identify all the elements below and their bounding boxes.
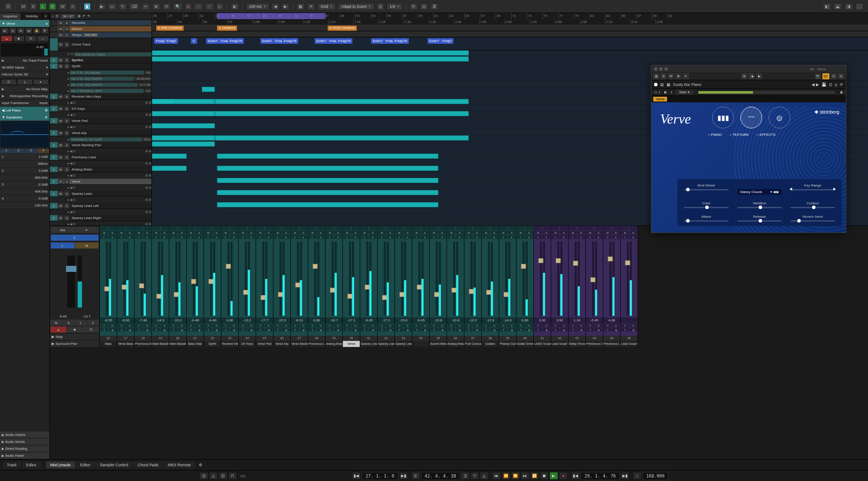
track-mute[interactable]: m	[58, 33, 63, 38]
plugin-w-button[interactable]: W	[668, 73, 674, 79]
reverb-slider[interactable]	[790, 220, 835, 222]
channel-verse-backing-pad[interactable]: ! MS Le -8.31 RW ●◉ 27 Verse Backing Pad	[291, 226, 308, 347]
track-filter-icon[interactable]: ⊡	[56, 14, 59, 18]
track-solo[interactable]: s	[64, 143, 69, 148]
chord-event[interactable]: C	[191, 38, 197, 44]
channel-delay-throw[interactable]: ! MS Le 1.16 RW ●◉ 43 Delay Throw	[569, 226, 586, 347]
tempo-display[interactable]: 168.000	[642, 472, 668, 480]
plugin-preset-next-icon[interactable]: ▶	[756, 73, 762, 79]
midi-clip[interactable]	[217, 178, 438, 183]
plugin-pic-icon[interactable]: 📷	[815, 73, 821, 79]
channel-fader[interactable]	[447, 240, 464, 317]
track-solo[interactable]: s	[64, 131, 69, 136]
chord-event[interactable]: Fmaj7/9	[393, 38, 409, 44]
loop-out-icon[interactable]: ⊐	[461, 472, 470, 480]
channel-fader[interactable]	[204, 240, 221, 317]
locate-prev-icon[interactable]: ▮◀	[571, 472, 580, 480]
track-redo-icon[interactable]: ↷	[87, 14, 90, 18]
channel-prechorus-bass[interactable]: ! MS Le -7.40 RW ●◉ 18 Prechorus Bass	[135, 226, 152, 347]
ch-1[interactable]: 1	[17, 79, 33, 85]
chord-event[interactable]: Emin7	[206, 38, 220, 44]
midi-clip[interactable]	[152, 123, 215, 128]
color-slider[interactable]	[684, 207, 729, 208]
chord-event[interactable]: Emin7	[315, 38, 328, 44]
locate-next-icon[interactable]: ▶▮	[621, 472, 629, 480]
midi-clip[interactable]	[217, 202, 438, 207]
plugin-preset-browser-icon[interactable]: ▦	[667, 82, 671, 87]
color-picker-icon[interactable]: ◐	[231, 3, 239, 10]
midi-clip[interactable]	[215, 135, 469, 141]
piano-mode-label[interactable]: PIANO	[708, 133, 722, 137]
s-button[interactable]: S	[30, 3, 37, 10]
plugin-vol-icon[interactable]: ◐	[840, 90, 843, 94]
mixconsole-tab[interactable]: MixConsole	[46, 461, 75, 468]
snap-toggle[interactable]: ▦	[296, 3, 305, 10]
channel-fader[interactable]	[464, 240, 481, 317]
nudge-left-icon[interactable]: ◀	[272, 3, 279, 10]
eq-bypass-icon[interactable]: ⊘	[45, 115, 48, 119]
track-mute[interactable]: m	[58, 26, 63, 32]
zone-bottom-icon[interactable]: ⬓	[834, 3, 842, 10]
channel-fader[interactable]	[308, 240, 325, 317]
midi-clip[interactable]	[152, 111, 215, 116]
plugin-window[interactable]: 09 - Verve ⏻ R W ⚙ ▾ ⊞ ◀ ▶ 📷 QC ⊡ ⊡ ▤ ▦ …	[651, 65, 846, 233]
channel-fader[interactable]	[187, 240, 204, 317]
chord-event[interactable]: Emin7	[427, 38, 441, 44]
channel-reverse-intro-keys[interactable]: ! MS Le 0.00 RW ●◉ 23 Reverse Intro Keys	[221, 226, 239, 347]
contour-slider[interactable]	[790, 207, 835, 208]
stop-button[interactable]: ⏹	[540, 472, 549, 480]
chord-event[interactable]: Fmaj7	[441, 38, 454, 44]
snap-x-icon[interactable]: ✕	[307, 3, 315, 10]
grid-type-dropdown[interactable]: Grid	[318, 3, 335, 10]
channel-fader[interactable]	[378, 240, 395, 317]
keyrange-slider[interactable]	[790, 189, 835, 190]
channel-spacey-lead-left[interactable]: ! MS Le -17.2 RW ●◉ 32 Spacey Lead Left	[378, 226, 395, 347]
equalizers-header[interactable]: ▼ Equalizers⊘	[0, 114, 49, 121]
track-row-verse-arp[interactable]: ▮ m s Verse Arp	[50, 130, 151, 136]
track-row-spacey-lead-right[interactable]: ▮ m s Spacey Lead Right	[50, 215, 151, 221]
eq-band-4[interactable]: 40.0dB	[0, 195, 49, 202]
track-mute[interactable]: m	[58, 216, 63, 221]
marker-prev-icon[interactable]: ▮◀	[352, 472, 361, 480]
plugin-refresh-icon[interactable]: ⟳	[840, 82, 843, 87]
midi-clip[interactable]	[217, 154, 438, 159]
add-track-icon[interactable]: +	[52, 14, 54, 18]
channel-fader[interactable]	[360, 240, 377, 317]
track-solo[interactable]: s	[64, 118, 69, 124]
tool-play-icon[interactable]: ▷	[216, 3, 224, 10]
track-solo[interactable]: s	[64, 58, 69, 63]
chord-lane[interactable]: Fmaj7Fmaj7CEmin7Fmaj7Fmaj7/9Emin7Fmaj7Fm…	[152, 37, 868, 50]
channel-fader[interactable]	[221, 240, 238, 317]
mix-l2[interactable]: L	[75, 320, 87, 326]
channel-fader[interactable]	[482, 240, 499, 317]
plugin-r-button[interactable]: R	[661, 73, 667, 79]
punch-in-icon[interactable]: ▽	[470, 472, 479, 480]
mix-x[interactable]: ⊡	[83, 327, 99, 333]
channel-[interactable]: ! MS Le -9.45 RW ●◉ 34	[412, 226, 430, 347]
zone-right-icon[interactable]: ◨	[845, 3, 853, 10]
plugin-slot-icon[interactable]: ▭ 1	[654, 90, 661, 94]
track-mute[interactable]: m	[58, 118, 63, 124]
track-mute[interactable]: m	[58, 167, 63, 172]
track-mute[interactable]: m	[58, 203, 63, 209]
plugin-qc-icon[interactable]: QC	[822, 73, 830, 79]
insp-freeze-icon[interactable]: ❄	[41, 28, 49, 34]
tempo-lane[interactable]	[152, 31, 868, 37]
tool-comp-icon[interactable]: ≡	[185, 3, 192, 10]
channel-guitars[interactable]: ! MS Le -12.9 RW ●◉ 38 Guitars	[482, 226, 499, 347]
mix-m[interactable]: M	[75, 242, 99, 249]
insp-lock-icon[interactable]: 🔒	[33, 28, 41, 34]
transport-config-icon[interactable]: ⊡	[200, 472, 208, 480]
track-row-spacey-lead-left[interactable]: ▮ m s Spacey Lead Left	[50, 203, 151, 209]
snap-mode-dropdown[interactable]: Adapt to Zoom	[338, 3, 374, 10]
mix-e2[interactable]: e	[87, 320, 99, 326]
plugin-func-icon[interactable]: ⊡	[838, 73, 844, 79]
track-solo[interactable]: s	[64, 155, 69, 160]
input-transformer-row[interactable]: Input TransformerNone	[0, 100, 49, 107]
plugin-preset-prev-icon[interactable]: ◀	[749, 73, 755, 79]
channel-lead-vocals[interactable]: ! MS Le 3.92 RW ●◉ 41 LEAD Vocals	[534, 226, 551, 347]
tool-draw-icon[interactable]: ✎	[119, 3, 127, 10]
track-solo[interactable]: s	[64, 94, 69, 99]
midi-clip[interactable]	[152, 99, 215, 104]
plugin-preset-name[interactable]: Dusty Bar Piano	[673, 82, 809, 87]
